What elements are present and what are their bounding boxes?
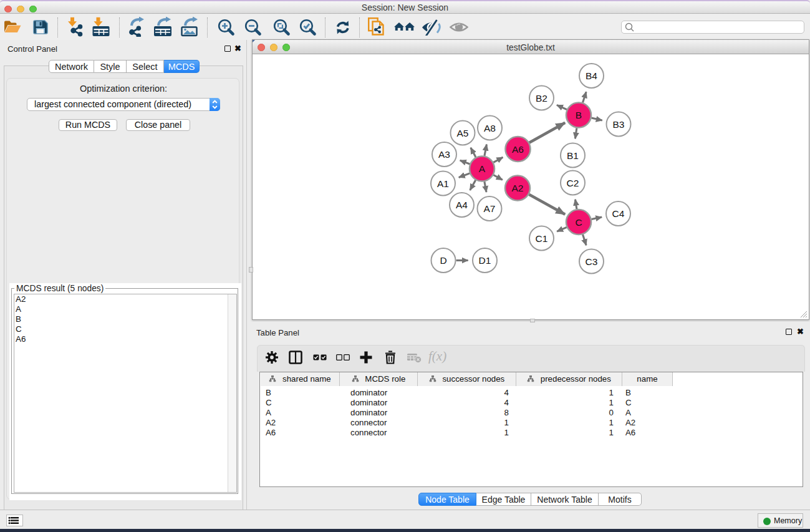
svg-text:C1: C1 (536, 233, 548, 244)
svg-text:B4: B4 (586, 70, 597, 81)
svg-text:A5: A5 (457, 128, 469, 138)
svg-text:C: C (575, 217, 582, 228)
svg-text:A3: A3 (438, 149, 450, 160)
svg-text:C3: C3 (586, 256, 598, 267)
svg-text:D: D (440, 255, 446, 266)
svg-text:A2: A2 (512, 183, 524, 193)
svg-text:B2: B2 (536, 93, 547, 104)
svg-text:A7: A7 (484, 203, 496, 214)
svg-text:D1: D1 (479, 255, 491, 266)
svg-text:B1: B1 (567, 150, 579, 161)
svg-text:A4: A4 (456, 200, 468, 210)
svg-text:A1: A1 (437, 178, 449, 189)
svg-text:A6: A6 (512, 144, 524, 155)
svg-text:A: A (479, 163, 486, 174)
svg-text:B: B (576, 110, 582, 120)
svg-text:A8: A8 (484, 123, 496, 133)
svg-text:B3: B3 (613, 119, 625, 130)
svg-text:C4: C4 (612, 208, 625, 219)
svg-text:C2: C2 (567, 178, 579, 188)
